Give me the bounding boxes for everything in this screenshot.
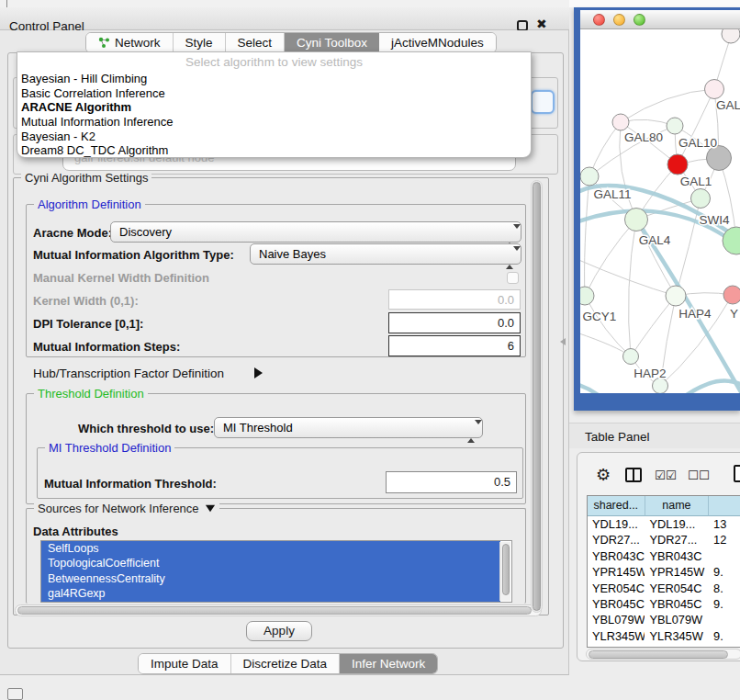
aracne-mode-value: Discovery [119, 225, 172, 239]
expand-arrow-icon[interactable] [254, 367, 263, 378]
node-GAL80[interactable] [612, 114, 629, 130]
mi-steps-input[interactable]: 6 [388, 335, 521, 356]
threshold-definition-title: Threshold Definition [34, 387, 148, 401]
node-label: GAL4 [639, 233, 671, 247]
cell: YBL079W [588, 612, 645, 627]
network-canvas[interactable]: GAL GAL80 GAL10 GAL1 GAL11 SWI4 GAL4 GCY… [580, 29, 740, 393]
which-threshold-combo[interactable]: MI Threshold [214, 417, 483, 438]
column-header-name[interactable]: name [645, 496, 710, 516]
table-header-row: shared... name [588, 496, 740, 516]
tab-impute-data-label: Impute Data [151, 657, 219, 671]
table-row[interactable]: YBL079WYBL079W [588, 612, 740, 627]
node-HAP2[interactable] [623, 349, 639, 365]
close-traffic-light[interactable] [593, 14, 605, 26]
attribute-item-selected[interactable]: BetweennessCentrality [41, 571, 500, 586]
tab-network[interactable]: Network [86, 33, 174, 52]
table-row[interactable]: YDL19...YDL19...13 [588, 516, 740, 532]
cell: 9. [709, 628, 740, 644]
popup-item-selected[interactable]: ARACNE Algorithm [17, 100, 531, 115]
panel-collapse-icon[interactable] [560, 338, 566, 345]
table-row[interactable]: YPR145WYPR145W9. [588, 564, 740, 580]
column-header-shared[interactable]: shared... [588, 496, 645, 516]
tab-impute-data[interactable]: Impute Data [139, 654, 231, 673]
deselect-all-icon[interactable]: ☐☐ [688, 468, 710, 482]
columns-icon[interactable] [625, 468, 642, 482]
scrollbar-thumb[interactable] [502, 544, 510, 595]
data-attributes-label: Data Attributes [33, 525, 118, 538]
node-gal-pink[interactable] [705, 80, 724, 99]
hub-section-label[interactable]: Hub/Transcription Factor Definition [33, 367, 224, 380]
popup-item[interactable]: Bayesian - K2 [17, 130, 531, 144]
close-icon[interactable]: ✖ [536, 17, 547, 31]
node-label: GAL11 [593, 187, 631, 201]
scrollbar-thumb[interactable] [533, 182, 541, 611]
settings-horizontal-scrollbar[interactable] [15, 604, 542, 616]
zoom-traffic-light[interactable] [633, 14, 645, 26]
popup-item[interactable]: Basic Correlation Inference [17, 86, 531, 101]
cell: YBR045C [588, 596, 645, 612]
top-strip [0, 0, 569, 7]
popup-item[interactable]: Mutual Information Inference [17, 115, 531, 130]
cell: YBR043C [588, 548, 645, 564]
node-GAL4[interactable] [625, 209, 648, 231]
node-top[interactable] [722, 29, 740, 43]
column-header-partial[interactable] [709, 496, 740, 516]
attribute-item-selected[interactable]: SelfLoops [41, 541, 500, 556]
table-row[interactable]: YDR27...YDR27...12 [588, 532, 740, 548]
table-row[interactable]: YBR043CYBR043C [588, 548, 740, 564]
dpi-tolerance-input[interactable]: 0.0 [388, 312, 521, 333]
apply-button[interactable]: Apply [246, 621, 312, 641]
kernel-width-label: Kernel Width (0,1): [33, 294, 139, 308]
node-GAL11[interactable] [580, 167, 599, 186]
tab-style[interactable]: Style [174, 33, 226, 52]
node-labels: GAL GAL80 GAL10 GAL1 GAL11 SWI4 GAL4 GCY… [583, 98, 740, 380]
mi-steps-label: Mutual Information Steps: [33, 340, 180, 354]
table-row[interactable]: YLR345WYLR345W9. [588, 628, 740, 644]
mi-threshold-input[interactable]: 0.5 [386, 471, 517, 493]
table-horizontal-scrollbar[interactable] [586, 649, 740, 660]
minimize-traffic-light[interactable] [613, 14, 625, 26]
import-table-icon[interactable] [734, 465, 740, 482]
tab-infer-network[interactable]: Infer Network [340, 654, 437, 673]
cell: YBR043C [645, 548, 709, 564]
table-row[interactable]: YIL052CYIL052C0. [588, 644, 740, 648]
settings-vertical-scrollbar[interactable] [531, 180, 543, 613]
table-row[interactable]: YBR045CYBR045C9. [588, 596, 740, 612]
which-threshold-label: Which threshold to use: [78, 422, 214, 435]
network-window-titlebar[interactable] [580, 10, 740, 29]
cell: 12 [709, 532, 740, 548]
collapse-arrow-icon[interactable] [205, 505, 214, 513]
bottom-tabbar: Impute Data Discretize Data Infer Networ… [138, 653, 438, 674]
table-row[interactable]: YER054CYER054C8. [588, 581, 740, 596]
attribute-item-selected[interactable]: gal4RGexp [41, 586, 500, 601]
mi-threshold-label: Mutual Information Threshold: [44, 477, 217, 491]
attribute-item-selected[interactable]: TopologicalCoefficient [41, 556, 500, 570]
bottom-left-icon[interactable] [7, 688, 23, 700]
node-HAP4[interactable] [666, 286, 686, 306]
popup-item[interactable]: Dream8 DC_TDC Algorithm [17, 143, 531, 158]
node-red-selected[interactable] [667, 154, 688, 175]
node-SWI4[interactable] [691, 189, 711, 209]
popup-item[interactable]: Bayesian - Hill Climbing [17, 72, 531, 86]
gear-icon[interactable]: ⚙ [596, 465, 611, 484]
tab-jactivemnodules[interactable]: jActiveMNodules [379, 33, 496, 52]
data-attributes-list[interactable]: SelfLoops TopologicalCoefficient Between… [40, 540, 512, 603]
cell: YBL079W [645, 612, 709, 627]
select-all-icon[interactable]: ☑☑ [655, 468, 677, 482]
tab-discretize-data[interactable]: Discretize Data [231, 654, 341, 673]
node-label: GAL1 [680, 175, 712, 188]
popup-prompt: Select algorithm to view settings [17, 52, 531, 72]
scrollbar-thumb[interactable] [589, 650, 728, 659]
node-GCY1[interactable] [580, 287, 594, 305]
node-salmon[interactable] [723, 286, 740, 304]
mi-type-combo[interactable]: Naive Bayes [250, 243, 521, 265]
dpi-tolerance-label: DPI Tolerance [0,1]: [33, 317, 143, 331]
algorithm-combo-fragment[interactable] [531, 90, 555, 114]
list-vertical-scrollbar[interactable] [499, 542, 510, 601]
tab-select[interactable]: Select [226, 33, 286, 52]
tab-cyni-toolbox[interactable]: Cyni Toolbox [285, 33, 379, 52]
scrollbar-thumb[interactable] [17, 606, 532, 615]
aracne-mode-combo[interactable]: Discovery [110, 221, 521, 243]
combo-spinner-icon [467, 422, 476, 441]
node-GAL10[interactable] [667, 118, 683, 134]
